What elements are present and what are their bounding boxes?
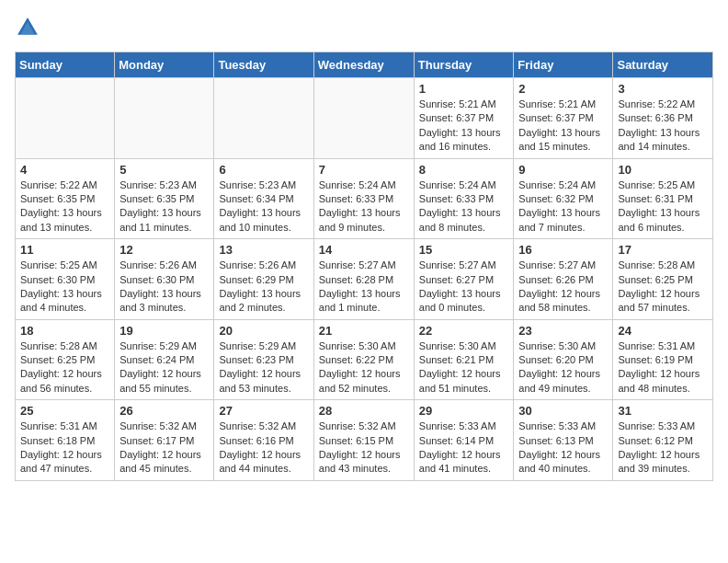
calendar-cell: 26Sunrise: 5:32 AM Sunset: 6:17 PM Dayli…	[115, 400, 214, 481]
calendar-cell: 23Sunrise: 5:30 AM Sunset: 6:20 PM Dayli…	[514, 319, 613, 400]
calendar-cell: 3Sunrise: 5:22 AM Sunset: 6:36 PM Daylig…	[613, 78, 713, 159]
calendar-cell: 7Sunrise: 5:24 AM Sunset: 6:33 PM Daylig…	[313, 158, 414, 239]
day-number: 14	[319, 243, 409, 257]
calendar-cell: 9Sunrise: 5:24 AM Sunset: 6:32 PM Daylig…	[514, 158, 613, 239]
day-number: 7	[319, 163, 409, 177]
calendar-table: SundayMondayTuesdayWednesdayThursdayFrid…	[15, 52, 713, 481]
day-info: Sunrise: 5:32 AM Sunset: 6:17 PM Dayligh…	[119, 419, 209, 477]
day-info: Sunrise: 5:31 AM Sunset: 6:19 PM Dayligh…	[618, 339, 708, 396]
day-header-saturday: Saturday	[613, 52, 713, 78]
calendar-cell: 27Sunrise: 5:32 AM Sunset: 6:16 PM Dayli…	[214, 400, 313, 481]
calendar-cell: 11Sunrise: 5:25 AM Sunset: 6:30 PM Dayli…	[16, 239, 115, 320]
day-info: Sunrise: 5:33 AM Sunset: 6:13 PM Dayligh…	[518, 419, 608, 477]
day-number: 19	[119, 324, 209, 338]
day-header-tuesday: Tuesday	[214, 52, 313, 78]
day-header-monday: Monday	[115, 52, 214, 78]
day-info: Sunrise: 5:31 AM Sunset: 6:18 PM Dayligh…	[20, 419, 109, 477]
day-number: 5	[119, 163, 209, 177]
day-number: 3	[618, 82, 708, 96]
day-info: Sunrise: 5:28 AM Sunset: 6:25 PM Dayligh…	[20, 339, 109, 396]
day-info: Sunrise: 5:27 AM Sunset: 6:27 PM Dayligh…	[419, 259, 509, 316]
day-info: Sunrise: 5:22 AM Sunset: 6:36 PM Dayligh…	[618, 98, 708, 155]
day-number: 17	[618, 243, 708, 257]
day-info: Sunrise: 5:21 AM Sunset: 6:37 PM Dayligh…	[518, 98, 608, 155]
day-info: Sunrise: 5:24 AM Sunset: 6:33 PM Dayligh…	[319, 178, 409, 236]
page-header	[15, 15, 713, 40]
day-info: Sunrise: 5:26 AM Sunset: 6:30 PM Dayligh…	[119, 259, 209, 316]
day-number: 13	[219, 243, 308, 257]
day-info: Sunrise: 5:23 AM Sunset: 6:34 PM Dayligh…	[219, 178, 308, 236]
calendar-cell	[16, 78, 115, 159]
calendar-cell	[214, 78, 313, 159]
calendar-cell: 25Sunrise: 5:31 AM Sunset: 6:18 PM Dayli…	[16, 400, 115, 481]
day-number: 22	[419, 324, 509, 338]
day-info: Sunrise: 5:25 AM Sunset: 6:31 PM Dayligh…	[618, 178, 708, 236]
day-number: 20	[219, 324, 308, 338]
calendar-cell: 16Sunrise: 5:27 AM Sunset: 6:26 PM Dayli…	[514, 239, 613, 320]
day-number: 27	[219, 404, 308, 418]
week-row-3: 18Sunrise: 5:28 AM Sunset: 6:25 PM Dayli…	[16, 319, 713, 400]
calendar-cell: 29Sunrise: 5:33 AM Sunset: 6:14 PM Dayli…	[414, 400, 514, 481]
calendar-cell: 14Sunrise: 5:27 AM Sunset: 6:28 PM Dayli…	[313, 239, 414, 320]
calendar-cell: 18Sunrise: 5:28 AM Sunset: 6:25 PM Dayli…	[16, 319, 115, 400]
day-info: Sunrise: 5:32 AM Sunset: 6:15 PM Dayligh…	[319, 419, 409, 477]
day-info: Sunrise: 5:28 AM Sunset: 6:25 PM Dayligh…	[618, 259, 708, 316]
day-number: 18	[20, 324, 109, 338]
day-number: 15	[419, 243, 509, 257]
day-info: Sunrise: 5:29 AM Sunset: 6:23 PM Dayligh…	[219, 339, 308, 396]
calendar-cell: 8Sunrise: 5:24 AM Sunset: 6:33 PM Daylig…	[414, 158, 514, 239]
calendar-cell: 31Sunrise: 5:33 AM Sunset: 6:12 PM Dayli…	[613, 400, 713, 481]
day-number: 4	[20, 163, 109, 177]
day-number: 26	[119, 404, 209, 418]
day-number: 9	[518, 163, 608, 177]
day-info: Sunrise: 5:27 AM Sunset: 6:28 PM Dayligh…	[319, 259, 409, 316]
day-number: 1	[419, 82, 509, 96]
day-info: Sunrise: 5:33 AM Sunset: 6:12 PM Dayligh…	[618, 419, 708, 477]
day-number: 31	[618, 404, 708, 418]
day-number: 21	[319, 324, 409, 338]
calendar-cell: 22Sunrise: 5:30 AM Sunset: 6:21 PM Dayli…	[414, 319, 514, 400]
calendar-cell: 17Sunrise: 5:28 AM Sunset: 6:25 PM Dayli…	[613, 239, 713, 320]
day-number: 25	[20, 404, 109, 418]
day-number: 28	[319, 404, 409, 418]
calendar-cell: 19Sunrise: 5:29 AM Sunset: 6:24 PM Dayli…	[115, 319, 214, 400]
day-info: Sunrise: 5:27 AM Sunset: 6:26 PM Dayligh…	[518, 259, 608, 316]
day-info: Sunrise: 5:32 AM Sunset: 6:16 PM Dayligh…	[219, 419, 308, 477]
day-info: Sunrise: 5:25 AM Sunset: 6:30 PM Dayligh…	[20, 259, 109, 316]
day-header-friday: Friday	[514, 52, 613, 78]
calendar-cell: 13Sunrise: 5:26 AM Sunset: 6:29 PM Dayli…	[214, 239, 313, 320]
calendar-cell: 21Sunrise: 5:30 AM Sunset: 6:22 PM Dayli…	[313, 319, 414, 400]
day-number: 6	[219, 163, 308, 177]
calendar-cell: 15Sunrise: 5:27 AM Sunset: 6:27 PM Dayli…	[414, 239, 514, 320]
calendar-cell: 6Sunrise: 5:23 AM Sunset: 6:34 PM Daylig…	[214, 158, 313, 239]
day-number: 29	[419, 404, 509, 418]
calendar-cell: 5Sunrise: 5:23 AM Sunset: 6:35 PM Daylig…	[115, 158, 214, 239]
day-info: Sunrise: 5:24 AM Sunset: 6:32 PM Dayligh…	[518, 178, 608, 236]
day-info: Sunrise: 5:33 AM Sunset: 6:14 PM Dayligh…	[419, 419, 509, 477]
day-header-sunday: Sunday	[16, 52, 115, 78]
week-row-2: 11Sunrise: 5:25 AM Sunset: 6:30 PM Dayli…	[16, 239, 713, 320]
logo-icon	[15, 15, 40, 40]
day-info: Sunrise: 5:30 AM Sunset: 6:22 PM Dayligh…	[319, 339, 409, 396]
day-info: Sunrise: 5:23 AM Sunset: 6:35 PM Dayligh…	[119, 178, 209, 236]
day-number: 10	[618, 163, 708, 177]
calendar-cell: 20Sunrise: 5:29 AM Sunset: 6:23 PM Dayli…	[214, 319, 313, 400]
calendar-cell	[313, 78, 414, 159]
week-row-0: 1Sunrise: 5:21 AM Sunset: 6:37 PM Daylig…	[16, 78, 713, 159]
week-row-4: 25Sunrise: 5:31 AM Sunset: 6:18 PM Dayli…	[16, 400, 713, 481]
day-number: 12	[119, 243, 209, 257]
day-info: Sunrise: 5:21 AM Sunset: 6:37 PM Dayligh…	[419, 98, 509, 155]
calendar-cell: 30Sunrise: 5:33 AM Sunset: 6:13 PM Dayli…	[514, 400, 613, 481]
day-header-wednesday: Wednesday	[313, 52, 414, 78]
day-info: Sunrise: 5:29 AM Sunset: 6:24 PM Dayligh…	[119, 339, 209, 396]
calendar-cell: 2Sunrise: 5:21 AM Sunset: 6:37 PM Daylig…	[514, 78, 613, 159]
day-number: 11	[20, 243, 109, 257]
day-info: Sunrise: 5:30 AM Sunset: 6:21 PM Dayligh…	[419, 339, 509, 396]
day-number: 2	[518, 82, 608, 96]
logo	[15, 15, 44, 40]
day-info: Sunrise: 5:24 AM Sunset: 6:33 PM Dayligh…	[419, 178, 509, 236]
calendar-cell: 24Sunrise: 5:31 AM Sunset: 6:19 PM Dayli…	[613, 319, 713, 400]
calendar-header-row: SundayMondayTuesdayWednesdayThursdayFrid…	[16, 52, 713, 78]
day-number: 23	[518, 324, 608, 338]
calendar-cell: 10Sunrise: 5:25 AM Sunset: 6:31 PM Dayli…	[613, 158, 713, 239]
